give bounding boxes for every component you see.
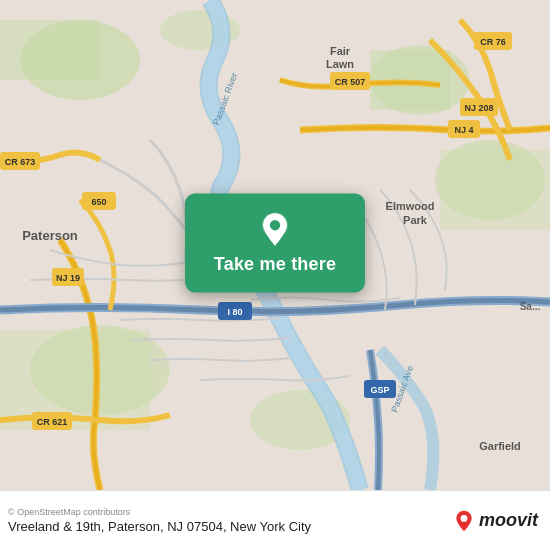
svg-text:CR 673: CR 673 [5, 157, 36, 167]
moovit-logo: moovit [453, 510, 538, 532]
moovit-wordmark: moovit [479, 510, 538, 531]
svg-text:CR 507: CR 507 [335, 77, 366, 87]
bottom-bar: © OpenStreetMap contributors Vreeland & … [0, 490, 550, 550]
svg-text:Garfield: Garfield [479, 440, 521, 452]
map-popup: Take me there [185, 194, 365, 293]
svg-text:Fair: Fair [330, 45, 351, 57]
svg-text:NJ 4: NJ 4 [454, 125, 473, 135]
osm-credit: © OpenStreetMap contributors [8, 507, 311, 517]
svg-text:Elmwood: Elmwood [386, 200, 435, 212]
svg-text:650: 650 [91, 197, 106, 207]
svg-text:CR 621: CR 621 [37, 417, 68, 427]
svg-rect-2 [0, 20, 100, 80]
svg-point-41 [270, 220, 280, 230]
address-text: Vreeland & 19th, Paterson, NJ 07504, New… [8, 519, 311, 534]
address-block: © OpenStreetMap contributors Vreeland & … [8, 507, 311, 534]
svg-text:Park: Park [403, 214, 428, 226]
svg-rect-9 [0, 330, 150, 430]
svg-text:NJ 208: NJ 208 [464, 103, 493, 113]
take-me-there-button[interactable]: Take me there [214, 254, 336, 275]
moovit-pin-icon [453, 510, 475, 532]
svg-point-42 [461, 515, 468, 522]
svg-text:Lawn: Lawn [326, 58, 354, 70]
svg-text:I 80: I 80 [227, 307, 242, 317]
map-container: CR 76 NJ 208 CR 507 NJ 4 CR 673 650 NJ 1… [0, 0, 550, 490]
location-pin-icon [257, 212, 293, 248]
svg-text:Sa...: Sa... [520, 301, 541, 312]
svg-text:CR 76: CR 76 [480, 37, 506, 47]
svg-text:GSP: GSP [370, 385, 389, 395]
svg-text:Paterson: Paterson [22, 228, 78, 243]
svg-rect-7 [440, 150, 550, 230]
svg-text:NJ 19: NJ 19 [56, 273, 80, 283]
